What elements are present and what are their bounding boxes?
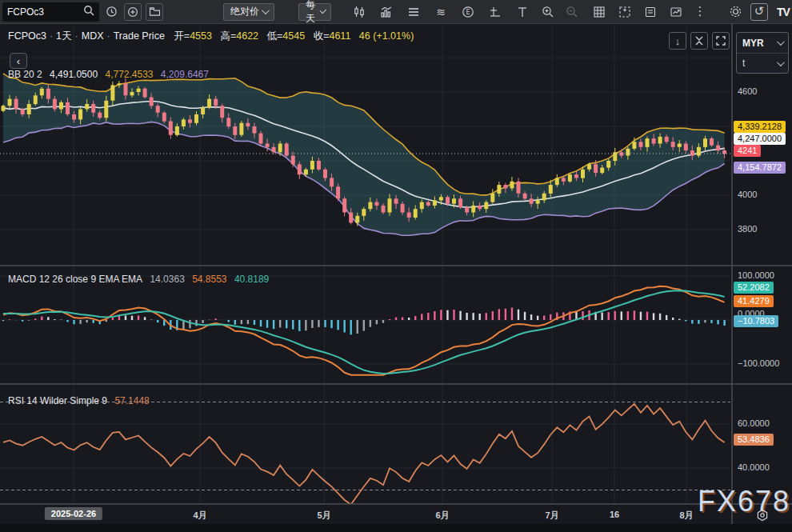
candlestick-icon[interactable] [350,3,368,21]
economy-icon[interactable]: E [459,3,477,21]
currency-code: MYR [742,38,764,49]
bb-upper-value: 4,772.4533 [105,69,153,80]
bb-upper-badge: 4,339.2128 [734,121,786,133]
compare-waves-icon[interactable]: ≋ [432,3,450,21]
time-axis-date-badge: 2025-02-26 [45,507,102,520]
low-label: 低= [262,30,283,42]
currency-dropdown[interactable]: MYR [737,33,788,53]
rsi-tick-40[interactable]: 40.0000 [738,462,770,472]
symbol-search-input[interactable] [7,6,83,18]
symbol-info-row[interactable]: FCPOc3·1天·MDX·Trade Price 开=4553 高=4622 … [8,30,414,43]
macd-signal-badge: 52.2082 [734,282,774,294]
macd-indicator-row[interactable]: MACD 12 26 close 9 EMA EMA 14.0363 54.85… [8,274,274,285]
macd-tick-100[interactable]: 100.0000 [738,270,774,280]
clock-icon[interactable] [102,3,120,21]
macd-hist-badge: −10.7803 [734,315,778,327]
snapshot-icon[interactable] [616,3,634,21]
rsi-value: 57.1448 [114,395,149,406]
chart-area: FCPOc3·1天·MDX·Trade Price 开=4553 高=4622 … [0,24,792,532]
time-axis-tick: 7月 [545,510,558,522]
tv-logo[interactable]: TV [774,3,792,21]
chevron-down-icon [262,6,270,14]
high-label: 高= [214,30,236,42]
settings-icon[interactable] [726,3,744,21]
price-mode-dropdown[interactable]: 绝对价 [223,3,274,21]
news-icon[interactable] [642,3,659,21]
time-axis-tick: 16 [610,510,619,519]
time-axis-tick: 6月 [435,510,449,522]
close-value: 4611 [329,30,350,42]
publish-icon[interactable] [667,3,685,21]
prev-close-badge: 4,247.0000 [734,133,786,145]
measure-icon[interactable] [486,3,504,21]
rsi-indicator-row[interactable]: RSI 14 Wilder Simple 9 57.1448 [8,395,154,406]
low-value: 4545 [282,30,305,42]
zoom-in-icon[interactable] [539,3,557,21]
price-tick-4000[interactable]: 4000 [738,190,757,199]
bottom-strip [0,524,792,532]
close-label: 收= [308,30,330,42]
chart-action-buttons: ↓ [669,32,730,50]
time-axis-tick: 8月 [679,510,693,522]
grid-icon[interactable] [590,3,608,21]
symbol-name: FCPOc3 [8,30,46,42]
unit-dropdown[interactable]: t [737,53,788,73]
macd-line-value: 54.8553 [192,274,226,285]
chevron-down-icon [319,7,326,14]
back-button[interactable]: ‹ [10,53,27,69]
symbol-interval: 1天 [56,30,71,42]
interval-label: 每天 [306,0,319,26]
high-value: 4622 [236,30,258,42]
price-tick-4600[interactable]: 4600 [738,86,757,96]
time-axis-tick: 5月 [317,510,330,522]
chevron-down-icon [777,58,785,66]
open-value: 4553 [190,30,212,42]
more-icon[interactable]: ⋮ [691,3,709,21]
rsi-badge: 53.4836 [734,434,774,446]
time-axis-tick: 4月 [193,510,206,522]
symbol-search-box[interactable] [2,2,99,22]
trading-chart-app: 绝对价 每天 ≋ E [0,0,792,532]
price-mode-label: 绝对价 [230,5,259,18]
bb-lower-badge: 4,154.7872 [734,162,786,174]
folder-icon[interactable] [146,3,163,21]
chevron-down-icon [777,38,785,46]
scroll-to-latest-icon[interactable]: ↓ [669,32,686,50]
macd-tick-neg100[interactable]: −100.0000 [738,358,779,368]
bb-indicator-row[interactable]: BB 20 2 4,491.0500 4,772.4533 4,209.6467 [8,69,214,80]
timezone-settings-icon[interactable] [756,509,769,525]
symbol-exchange: MDX [82,30,104,42]
macd-label: MACD 12 26 close 9 EMA EMA [8,274,142,285]
macd-signal-value: 40.8189 [234,274,269,285]
last-price-badge: 4241 [734,145,761,157]
currency-unit-box: MYR t [736,32,789,74]
interval-dropdown[interactable]: 每天 [298,3,331,21]
undo-icon[interactable]: ↺ [750,3,768,21]
time-axis[interactable]: 2025-02-264月5月6月7月168月 [0,504,792,524]
change-value: 46 (+1.01%) [354,30,414,42]
bb-label: BB 20 2 [8,69,42,80]
top-toolbar: 绝对价 每天 ≋ E [0,0,792,24]
bb-basis-value: 4,491.0500 [50,69,98,80]
open-label: 开= [167,30,190,42]
search-icon [83,5,94,19]
svg-text:E: E [466,9,470,16]
collapse-pane-icon[interactable] [690,32,708,50]
rsi-label: RSI 14 Wilder Simple 9 [8,395,107,406]
zoom-out-icon[interactable] [563,3,581,21]
templates-icon[interactable] [405,3,422,21]
indicators-icon[interactable] [378,3,395,21]
rsi-tick-60[interactable]: 60.0000 [738,418,770,428]
text-icon[interactable] [514,3,531,21]
plus-icon[interactable] [124,3,142,21]
symbol-series: Trade Price [114,30,165,42]
unit-label: t [742,58,745,69]
price-tick-3800[interactable]: 3800 [738,224,757,234]
macd-line-badge: 41.4279 [734,295,774,307]
bb-lower-value: 4,209.6467 [161,69,209,80]
fullscreen-icon[interactable] [712,32,730,50]
macd-hist-value: 14.0363 [150,274,184,285]
